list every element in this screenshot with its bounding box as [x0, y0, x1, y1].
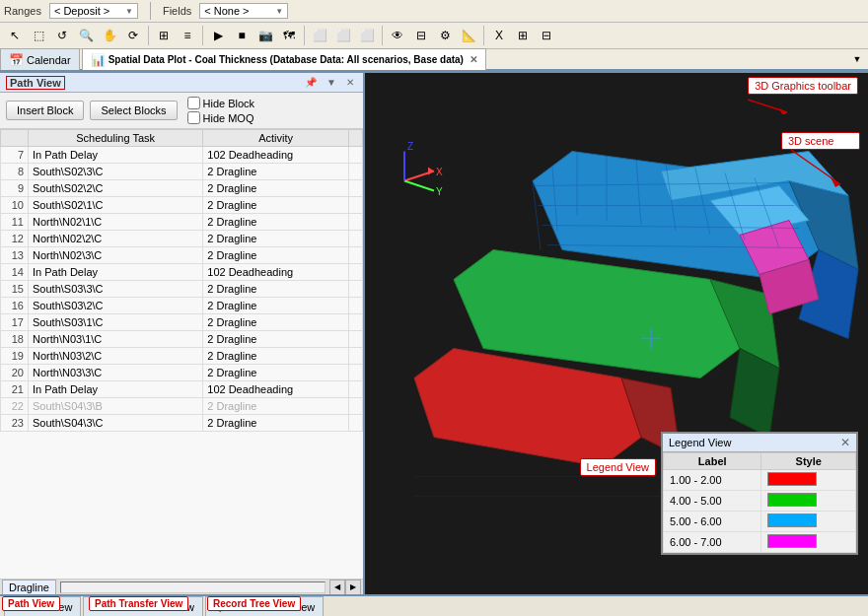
table-row[interactable]: 11 North\N02\1\C 2 Dragline: [1, 214, 363, 231]
tool-refresh[interactable]: ⟳: [122, 25, 144, 46]
legend-title: Legend View: [669, 437, 731, 448]
tool-x1[interactable]: X: [488, 25, 510, 46]
hscroll-right[interactable]: ▶: [345, 580, 361, 595]
table-row[interactable]: 8 South\S02\3\C 2 Dragline: [1, 164, 363, 180]
row-num: 10: [1, 197, 29, 214]
main-toolbar: ↖ ⬚ ↺ 🔍 ✋ ⟳ ⊞ ≡ ▶ ■ 📷 🗺 ⬜ ⬜ ⬜ 👁 ⊟ ⚙ 📐 X …: [0, 23, 868, 49]
tool-eye[interactable]: 👁: [387, 25, 408, 46]
svg-text:X: X: [436, 167, 443, 177]
table-row[interactable]: 18 North\N03\1\C 2 Dragline: [1, 331, 363, 348]
panel-title: Path View: [6, 76, 65, 90]
tool-view3[interactable]: ⬜: [356, 25, 378, 46]
row-spacer: [349, 398, 363, 415]
hide-moq-label: Hide MOQ: [203, 112, 254, 124]
row-task: South\S03\2\C: [29, 298, 203, 314]
tool-zoom[interactable]: 🔍: [75, 25, 97, 46]
table-row[interactable]: 19 North\N03\2\C 2 Dragline: [1, 348, 363, 365]
row-spacer: [349, 264, 363, 281]
row-activity: 2 Dragline: [203, 298, 349, 314]
tool-camera[interactable]: 📷: [254, 25, 276, 46]
tool-settings[interactable]: ⚙: [434, 25, 456, 46]
tab-scroll-btn[interactable]: ▼: [846, 48, 868, 70]
table-row[interactable]: 14 In Path Delay 102 Deadheading: [1, 264, 363, 281]
row-spacer: [349, 281, 363, 298]
svg-text:Y: Y: [436, 186, 443, 197]
row-num: 8: [1, 164, 29, 180]
fields-dropdown[interactable]: < None >: [199, 3, 288, 19]
annotation-scene-label: 3D scene: [781, 132, 860, 150]
tool-play[interactable]: ▶: [207, 25, 229, 46]
tool-layers[interactable]: ⊟: [410, 25, 432, 46]
select-blocks-btn[interactable]: Select Blocks: [90, 101, 177, 120]
menu-bar: Ranges < Deposit > Fields < None >: [0, 0, 868, 23]
footer-tab-record-tree[interactable]: 🌲 Record Tree View: [205, 596, 324, 616]
annotation-toolbar-label: 3D Graphics toolbar: [748, 77, 858, 95]
footer-transfer-label: Path Transfer View: [103, 601, 194, 613]
hide-moq-cb[interactable]: [187, 111, 200, 124]
table-row[interactable]: 9 South\S02\2\C 2 Dragline: [1, 180, 363, 197]
footer-tab-transfer[interactable]: ⊞ Path Transfer View: [83, 596, 203, 616]
row-task: North\N03\3\C: [29, 365, 203, 381]
ranges-dropdown[interactable]: < Deposit >: [49, 3, 138, 19]
tool-x3[interactable]: ⊟: [536, 25, 557, 46]
hscroll-left[interactable]: ◀: [329, 580, 345, 595]
legend-swatch: [761, 470, 856, 491]
tool-select[interactable]: ⬚: [28, 25, 49, 46]
hide-block-cb[interactable]: [187, 97, 200, 109]
row-spacer: [349, 331, 363, 348]
tool-map[interactable]: 🗺: [278, 25, 300, 46]
tool-view1[interactable]: ⬜: [309, 25, 330, 46]
tool-stop[interactable]: ■: [231, 25, 253, 46]
tab-calendar[interactable]: 📅 Calendar: [0, 48, 80, 70]
row-num: 7: [1, 147, 29, 164]
table-row[interactable]: 23 South\S04\3\C 2 Dragline: [1, 415, 363, 432]
pin-btn[interactable]: 📌: [302, 77, 320, 88]
table-row[interactable]: 10 South\S02\1\C 2 Dragline: [1, 197, 363, 214]
tool-x2[interactable]: ⊞: [512, 25, 534, 46]
ranges-label: Ranges: [4, 5, 41, 17]
table-row[interactable]: 12 North\N02\2\C 2 Dragline: [1, 231, 363, 247]
sep6: [483, 26, 484, 45]
tab-spatial[interactable]: 📊 Spatial Data Plot - Coal Thickness (Da…: [82, 48, 486, 70]
right-panel: X Y Z Legend View ✕: [365, 73, 868, 594]
row-activity: 2 Dragline: [203, 164, 349, 180]
table-row[interactable]: 20 North\N03\3\C 2 Dragline: [1, 365, 363, 381]
footer-tree-label: Record Tree View: [229, 601, 315, 613]
hscroll-tabs: Dragline: [2, 580, 56, 595]
insert-block-btn[interactable]: Insert Block: [6, 101, 84, 120]
row-task: North\N03\2\C: [29, 348, 203, 365]
table-row[interactable]: 13 North\N02\3\C 2 Dragline: [1, 247, 363, 264]
tool-view2[interactable]: ⬜: [332, 25, 354, 46]
hscrollbar[interactable]: [60, 582, 326, 593]
checkbox-group: Hide Block Hide MOQ: [187, 97, 255, 124]
dragline-tab[interactable]: Dragline: [2, 580, 56, 595]
row-task: North\N03\1\C: [29, 331, 203, 348]
table-row[interactable]: 7 In Path Delay 102 Deadheading: [1, 147, 363, 164]
tool-hand[interactable]: ✋: [99, 25, 120, 46]
tab-close[interactable]: ✕: [470, 54, 477, 65]
panel-controls: 📌 ▼ ✕: [302, 77, 357, 88]
table-row[interactable]: 21 In Path Delay 102 Deadheading: [1, 381, 363, 398]
row-num: 17: [1, 314, 29, 331]
footer-tab-bar: ⊞ Path View ⊞ Path Transfer View 🌲 Recor…: [0, 594, 868, 616]
legend-close-btn[interactable]: ✕: [840, 436, 850, 449]
tool-rotate[interactable]: ↺: [51, 25, 73, 46]
table-row[interactable]: 22 South\S04\3\B 2 Dragline: [1, 398, 363, 415]
row-spacer: [349, 180, 363, 197]
footer-tab-path-view[interactable]: ⊞ Path View: [4, 596, 81, 616]
row-num: 23: [1, 415, 29, 432]
menu-btn[interactable]: ▼: [324, 77, 339, 88]
row-task: North\N02\2\C: [29, 231, 203, 247]
footer-path-icon: ⊞: [13, 601, 21, 612]
row-task: South\S04\3\C: [29, 415, 203, 432]
table-row[interactable]: 17 South\S03\1\C 2 Dragline: [1, 314, 363, 331]
table-row[interactable]: 16 South\S03\2\C 2 Dragline: [1, 298, 363, 314]
tool-arrow[interactable]: ↖: [4, 25, 26, 46]
close-panel-btn[interactable]: ✕: [343, 77, 357, 88]
tool-grid[interactable]: ⊞: [153, 25, 175, 46]
tool-measure[interactable]: 📐: [458, 25, 479, 46]
table-row[interactable]: 15 South\S03\3\C 2 Dragline: [1, 281, 363, 298]
tool-list[interactable]: ≡: [177, 25, 198, 46]
col-scrollbar: [349, 130, 363, 147]
panel-toolbar: Insert Block Select Blocks Hide Block Hi…: [0, 93, 363, 129]
